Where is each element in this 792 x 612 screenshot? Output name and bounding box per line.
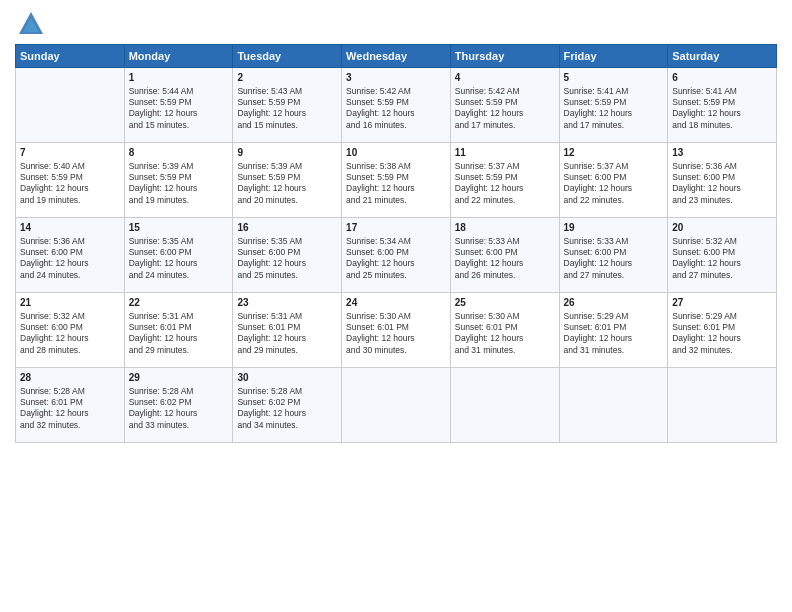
calendar-cell: 28Sunrise: 5:28 AM Sunset: 6:01 PM Dayli…: [16, 368, 125, 443]
calendar-cell: [559, 368, 668, 443]
calendar-cell: 6Sunrise: 5:41 AM Sunset: 5:59 PM Daylig…: [668, 68, 777, 143]
calendar-cell: 27Sunrise: 5:29 AM Sunset: 6:01 PM Dayli…: [668, 293, 777, 368]
calendar-cell: 7Sunrise: 5:40 AM Sunset: 5:59 PM Daylig…: [16, 143, 125, 218]
week-row-4: 28Sunrise: 5:28 AM Sunset: 6:01 PM Dayli…: [16, 368, 777, 443]
calendar-cell: 23Sunrise: 5:31 AM Sunset: 6:01 PM Dayli…: [233, 293, 342, 368]
col-header-thursday: Thursday: [450, 45, 559, 68]
col-header-monday: Monday: [124, 45, 233, 68]
day-info: Sunrise: 5:28 AM Sunset: 6:02 PM Dayligh…: [129, 386, 229, 432]
day-number: 13: [672, 146, 772, 160]
logo-icon: [17, 10, 45, 38]
calendar-cell: 8Sunrise: 5:39 AM Sunset: 5:59 PM Daylig…: [124, 143, 233, 218]
col-header-sunday: Sunday: [16, 45, 125, 68]
calendar-cell: 30Sunrise: 5:28 AM Sunset: 6:02 PM Dayli…: [233, 368, 342, 443]
calendar-cell: 4Sunrise: 5:42 AM Sunset: 5:59 PM Daylig…: [450, 68, 559, 143]
day-info: Sunrise: 5:31 AM Sunset: 6:01 PM Dayligh…: [129, 311, 229, 357]
calendar-cell: 22Sunrise: 5:31 AM Sunset: 6:01 PM Dayli…: [124, 293, 233, 368]
day-number: 9: [237, 146, 337, 160]
day-number: 14: [20, 221, 120, 235]
day-number: 22: [129, 296, 229, 310]
day-number: 16: [237, 221, 337, 235]
day-number: 20: [672, 221, 772, 235]
day-number: 26: [564, 296, 664, 310]
day-number: 11: [455, 146, 555, 160]
day-info: Sunrise: 5:30 AM Sunset: 6:01 PM Dayligh…: [346, 311, 446, 357]
day-number: 17: [346, 221, 446, 235]
day-info: Sunrise: 5:39 AM Sunset: 5:59 PM Dayligh…: [129, 161, 229, 207]
calendar-table: SundayMondayTuesdayWednesdayThursdayFrid…: [15, 44, 777, 443]
page: SundayMondayTuesdayWednesdayThursdayFrid…: [0, 0, 792, 612]
day-info: Sunrise: 5:38 AM Sunset: 5:59 PM Dayligh…: [346, 161, 446, 207]
calendar-cell: 25Sunrise: 5:30 AM Sunset: 6:01 PM Dayli…: [450, 293, 559, 368]
logo: [15, 10, 45, 38]
calendar-cell: 16Sunrise: 5:35 AM Sunset: 6:00 PM Dayli…: [233, 218, 342, 293]
calendar-cell: 26Sunrise: 5:29 AM Sunset: 6:01 PM Dayli…: [559, 293, 668, 368]
calendar-cell: 5Sunrise: 5:41 AM Sunset: 5:59 PM Daylig…: [559, 68, 668, 143]
calendar-cell: 13Sunrise: 5:36 AM Sunset: 6:00 PM Dayli…: [668, 143, 777, 218]
calendar-cell: 14Sunrise: 5:36 AM Sunset: 6:00 PM Dayli…: [16, 218, 125, 293]
day-number: 18: [455, 221, 555, 235]
day-info: Sunrise: 5:42 AM Sunset: 5:59 PM Dayligh…: [455, 86, 555, 132]
calendar-cell: 17Sunrise: 5:34 AM Sunset: 6:00 PM Dayli…: [342, 218, 451, 293]
calendar-cell: 20Sunrise: 5:32 AM Sunset: 6:00 PM Dayli…: [668, 218, 777, 293]
day-info: Sunrise: 5:37 AM Sunset: 6:00 PM Dayligh…: [564, 161, 664, 207]
day-info: Sunrise: 5:44 AM Sunset: 5:59 PM Dayligh…: [129, 86, 229, 132]
day-info: Sunrise: 5:32 AM Sunset: 6:00 PM Dayligh…: [20, 311, 120, 357]
day-info: Sunrise: 5:41 AM Sunset: 5:59 PM Dayligh…: [564, 86, 664, 132]
day-info: Sunrise: 5:28 AM Sunset: 6:02 PM Dayligh…: [237, 386, 337, 432]
calendar-cell: 9Sunrise: 5:39 AM Sunset: 5:59 PM Daylig…: [233, 143, 342, 218]
day-info: Sunrise: 5:39 AM Sunset: 5:59 PM Dayligh…: [237, 161, 337, 207]
day-info: Sunrise: 5:33 AM Sunset: 6:00 PM Dayligh…: [455, 236, 555, 282]
day-number: 7: [20, 146, 120, 160]
day-info: Sunrise: 5:35 AM Sunset: 6:00 PM Dayligh…: [237, 236, 337, 282]
day-number: 24: [346, 296, 446, 310]
day-number: 4: [455, 71, 555, 85]
calendar-cell: 12Sunrise: 5:37 AM Sunset: 6:00 PM Dayli…: [559, 143, 668, 218]
day-number: 30: [237, 371, 337, 385]
day-number: 29: [129, 371, 229, 385]
day-number: 12: [564, 146, 664, 160]
day-info: Sunrise: 5:43 AM Sunset: 5:59 PM Dayligh…: [237, 86, 337, 132]
week-row-0: 1Sunrise: 5:44 AM Sunset: 5:59 PM Daylig…: [16, 68, 777, 143]
header-row: SundayMondayTuesdayWednesdayThursdayFrid…: [16, 45, 777, 68]
calendar-cell: 1Sunrise: 5:44 AM Sunset: 5:59 PM Daylig…: [124, 68, 233, 143]
week-row-3: 21Sunrise: 5:32 AM Sunset: 6:00 PM Dayli…: [16, 293, 777, 368]
day-number: 15: [129, 221, 229, 235]
week-row-1: 7Sunrise: 5:40 AM Sunset: 5:59 PM Daylig…: [16, 143, 777, 218]
calendar-cell: 10Sunrise: 5:38 AM Sunset: 5:59 PM Dayli…: [342, 143, 451, 218]
calendar-cell: 11Sunrise: 5:37 AM Sunset: 5:59 PM Dayli…: [450, 143, 559, 218]
calendar-cell: [450, 368, 559, 443]
day-info: Sunrise: 5:29 AM Sunset: 6:01 PM Dayligh…: [672, 311, 772, 357]
day-info: Sunrise: 5:42 AM Sunset: 5:59 PM Dayligh…: [346, 86, 446, 132]
col-header-friday: Friday: [559, 45, 668, 68]
day-number: 2: [237, 71, 337, 85]
day-number: 25: [455, 296, 555, 310]
calendar-cell: 24Sunrise: 5:30 AM Sunset: 6:01 PM Dayli…: [342, 293, 451, 368]
day-number: 3: [346, 71, 446, 85]
day-number: 19: [564, 221, 664, 235]
day-info: Sunrise: 5:41 AM Sunset: 5:59 PM Dayligh…: [672, 86, 772, 132]
day-info: Sunrise: 5:32 AM Sunset: 6:00 PM Dayligh…: [672, 236, 772, 282]
day-number: 27: [672, 296, 772, 310]
day-info: Sunrise: 5:37 AM Sunset: 5:59 PM Dayligh…: [455, 161, 555, 207]
calendar-cell: 18Sunrise: 5:33 AM Sunset: 6:00 PM Dayli…: [450, 218, 559, 293]
calendar-cell: 15Sunrise: 5:35 AM Sunset: 6:00 PM Dayli…: [124, 218, 233, 293]
week-row-2: 14Sunrise: 5:36 AM Sunset: 6:00 PM Dayli…: [16, 218, 777, 293]
calendar-cell: 29Sunrise: 5:28 AM Sunset: 6:02 PM Dayli…: [124, 368, 233, 443]
day-number: 8: [129, 146, 229, 160]
calendar-cell: 2Sunrise: 5:43 AM Sunset: 5:59 PM Daylig…: [233, 68, 342, 143]
day-info: Sunrise: 5:36 AM Sunset: 6:00 PM Dayligh…: [20, 236, 120, 282]
calendar-cell: 19Sunrise: 5:33 AM Sunset: 6:00 PM Dayli…: [559, 218, 668, 293]
col-header-tuesday: Tuesday: [233, 45, 342, 68]
day-number: 10: [346, 146, 446, 160]
day-info: Sunrise: 5:40 AM Sunset: 5:59 PM Dayligh…: [20, 161, 120, 207]
day-info: Sunrise: 5:34 AM Sunset: 6:00 PM Dayligh…: [346, 236, 446, 282]
calendar-cell: [668, 368, 777, 443]
header: [15, 10, 777, 38]
day-number: 5: [564, 71, 664, 85]
col-header-saturday: Saturday: [668, 45, 777, 68]
day-info: Sunrise: 5:35 AM Sunset: 6:00 PM Dayligh…: [129, 236, 229, 282]
day-info: Sunrise: 5:28 AM Sunset: 6:01 PM Dayligh…: [20, 386, 120, 432]
col-header-wednesday: Wednesday: [342, 45, 451, 68]
day-number: 28: [20, 371, 120, 385]
